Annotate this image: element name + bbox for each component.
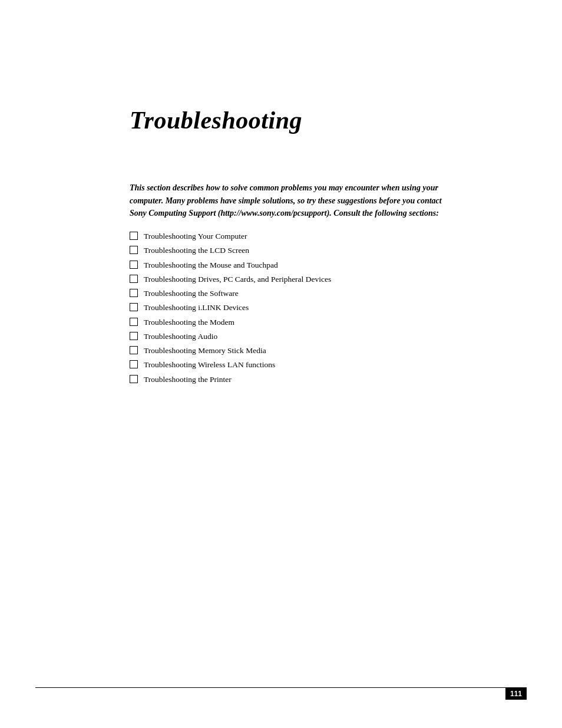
toc-item-text: Troubleshooting Drives, PC Cards, and Pe…	[144, 274, 331, 285]
checkbox-icon	[130, 332, 138, 340]
checkbox-icon	[130, 289, 138, 297]
toc-item-text: Troubleshooting the Software	[144, 288, 239, 299]
page-title: Troubleshooting	[130, 106, 515, 134]
page-number: 111	[505, 688, 527, 700]
checkbox-icon	[130, 303, 138, 311]
page-footer: 111	[0, 687, 562, 700]
toc-list-item: Troubleshooting Your Computer	[130, 230, 515, 242]
checkbox-icon	[130, 232, 138, 240]
toc-item-text: Troubleshooting i.LINK Devices	[144, 302, 249, 314]
toc-list-item: Troubleshooting the Printer	[130, 374, 515, 386]
toc-list-item: Troubleshooting the Software	[130, 288, 515, 299]
toc-item-text: Troubleshooting the Printer	[144, 374, 232, 386]
toc-item-text: Troubleshooting the Mouse and Touchpad	[144, 259, 278, 271]
page-number-container: 111	[0, 688, 562, 700]
toc-list-item: Troubleshooting Wireless LAN functions	[130, 359, 515, 371]
toc-list-item: Troubleshooting the Modem	[130, 317, 515, 328]
checkbox-icon	[130, 346, 138, 354]
checkbox-icon	[130, 275, 138, 283]
content-area: Troubleshooting This section describes h…	[130, 0, 515, 386]
checkbox-icon	[130, 261, 138, 269]
intro-paragraph: This section describes how to solve comm…	[130, 182, 448, 220]
toc-list-item: Troubleshooting Drives, PC Cards, and Pe…	[130, 274, 515, 285]
checkbox-icon	[130, 360, 138, 368]
toc-item-text: Troubleshooting the Modem	[144, 317, 234, 328]
checkbox-icon	[130, 375, 138, 383]
checkbox-icon	[130, 318, 138, 326]
toc-item-text: Troubleshooting Wireless LAN functions	[144, 359, 275, 371]
toc-list-item: Troubleshooting the LCD Screen	[130, 245, 515, 256]
toc-item-text: Troubleshooting Your Computer	[144, 230, 247, 242]
toc-list: Troubleshooting Your ComputerTroubleshoo…	[130, 230, 515, 386]
toc-item-text: Troubleshooting Audio	[144, 331, 217, 342]
toc-list-item: Troubleshooting Audio	[130, 331, 515, 342]
toc-list-item: Troubleshooting i.LINK Devices	[130, 302, 515, 314]
toc-item-text: Troubleshooting Memory Stick Media	[144, 345, 266, 357]
page-container: Troubleshooting This section describes h…	[0, 0, 562, 728]
checkbox-icon	[130, 246, 138, 254]
toc-item-text: Troubleshooting the LCD Screen	[144, 245, 249, 256]
toc-list-item: Troubleshooting the Mouse and Touchpad	[130, 259, 515, 271]
toc-list-item: Troubleshooting Memory Stick Media	[130, 345, 515, 357]
